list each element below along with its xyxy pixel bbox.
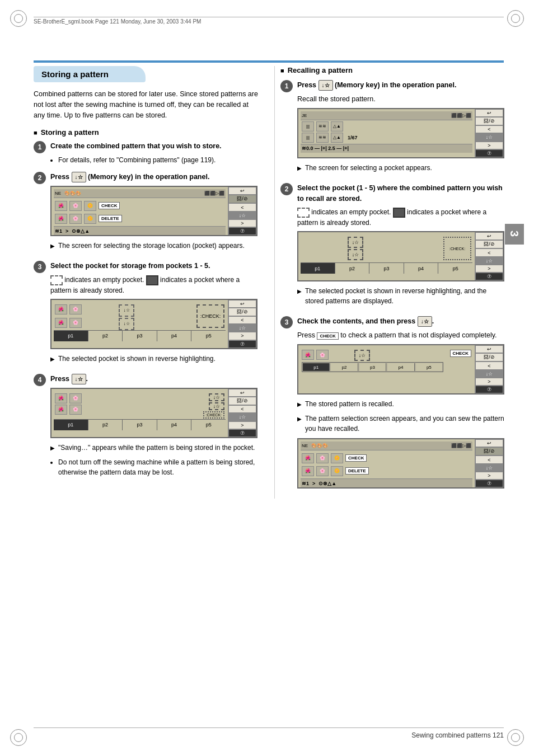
pocket-1-s4[interactable]: p1 — [54, 420, 88, 430]
lcd-btn-nav-r-rs2: > — [475, 265, 503, 273]
step-2-result: The screen for selecting the storage loc… — [50, 241, 261, 251]
lcd-sidebar-rs1: ↩ 囧/⊘ < ↓☆ > ⑦ — [475, 109, 503, 157]
lcd-btn-nav-l-rs1: < — [475, 125, 503, 133]
lcd-btn-top-rs3: 囧/⊘ — [475, 353, 503, 361]
lcd-screen-step2-left: NE 🎨🎨🎨 ⬛⬛▷⬛ 🌺 🌸 🌼 CHECK — [50, 186, 257, 236]
lcd-btn-nav-r4: > — [228, 421, 256, 429]
filled-pocket-icon — [146, 275, 158, 285]
lcd-btn-mem-rs3: ↓☆ — [475, 370, 503, 378]
step-4-content: Press ↓☆. 🌺 🌸 🌺 — [50, 374, 261, 478]
pocket-selector-row-4: p1 p2 p3 p4 p5 — [54, 419, 226, 430]
step-1: 1 Create the combined pattern that you w… — [34, 141, 261, 166]
lcd-top-bar: NE 🎨🎨🎨 ⬛⬛▷⬛ — [54, 189, 226, 198]
pocket-1[interactable]: p1 — [54, 331, 88, 341]
left-column: Storing a pattern Combined patterns can … — [34, 66, 274, 499]
empty-pocket-icon-r2 — [297, 208, 310, 218]
step-3: 3 Select the pocket for storage from poc… — [34, 261, 261, 368]
check-btn-inline: CHECK — [317, 332, 338, 340]
lcd-bottom-bar: ≋1 > ⊙⊗△▲ — [54, 226, 226, 235]
pocket-rs2-2[interactable]: p2 — [335, 263, 370, 274]
step-3-content: Select the pocket for storage from pocke… — [50, 261, 261, 368]
lcd-btn-extra-rs1: ⑦ — [475, 149, 503, 157]
lcd-bottom-bar-final: ≋1 > ⊙⊗△▲ — [301, 478, 472, 487]
right-step-2-number: 2 — [280, 183, 293, 195]
check-btn-tag: CHECK — [99, 202, 120, 209]
pocket-5[interactable]: p5 — [191, 331, 226, 341]
pocket-4-s4[interactable]: p4 — [157, 420, 192, 430]
check-area: :CHECK: — [196, 304, 224, 328]
lcd-main-step2: NE 🎨🎨🎨 ⬛⬛▷⬛ 🌺 🌸 🌼 CHECK — [51, 187, 228, 235]
step-3-note: indicates an empty pocket. indicates a p… — [50, 275, 261, 295]
pocket-2-s4[interactable]: p2 — [88, 420, 123, 430]
pocket-3-s4[interactable]: p3 — [123, 420, 157, 430]
pocket-rs2-1[interactable]: p1 — [301, 263, 335, 274]
lcd-sidebar-step3: ↩ 囧/⊘ < ↓☆ > ⑦ — [228, 300, 256, 348]
lcd-btn-top-final: 囧/⊘ — [475, 447, 503, 456]
step-4: 4 Press ↓☆. 🌺 🌸 — [34, 374, 261, 478]
footer-text: Sewing combined patterns 121 — [411, 731, 504, 739]
pocket-4[interactable]: p4 — [157, 331, 192, 341]
lcd-sidebar-step2: ↩ 囧/⊘ < ↓☆ > ⑦ — [228, 187, 256, 235]
lcd-top-bar-rs1: JE ⬛⬛▷⬛ — [301, 111, 472, 120]
step-3-number: 3 — [34, 261, 46, 273]
right-step-1-recall: Recall the stored pattern. — [297, 94, 504, 105]
file-info-bar: SE-BrotherE_sgml.book Page 121 Monday, J… — [34, 17, 504, 25]
lcd-btn-top-3: 囧/⊘ — [228, 308, 256, 316]
step-2-content: Press ↓☆ (Memory key) in the operation p… — [50, 172, 261, 255]
lcd-main-rs2: ↓☆ ↓☆ :CHECK: p1 p2 — [298, 232, 475, 280]
pocket-2[interactable]: p2 — [88, 331, 123, 341]
recalling-title-text: Recalling a pattern — [288, 66, 353, 74]
chapter-number: 3 — [508, 231, 521, 238]
step-4-number: 4 — [34, 374, 46, 386]
lcd-btn-extra-rs3: ⑦ — [475, 386, 503, 393]
right-step-2-text: Select the pocket (1 - 5) where the comb… — [297, 183, 504, 204]
lcd-btn-nav-l: < — [228, 203, 256, 211]
subsection-title-text: Storing a pattern — [41, 128, 99, 137]
step-3-result: The selected pocket is shown in reverse … — [50, 354, 261, 364]
intro-text-content: Combined patterns can be stored for late… — [34, 90, 258, 119]
pocket-rs2-4[interactable]: p4 — [404, 263, 439, 274]
corner-decoration-br — [507, 729, 524, 746]
right-step-2: 2 Select the pocket (1 - 5) where the co… — [280, 183, 504, 311]
lcd-sidebar-rs2: ↩ 囧/⊘ < ↓☆ > ⑦ — [475, 232, 503, 280]
pocket-rs2-3[interactable]: p3 — [369, 263, 404, 274]
step-1-bullets: For details, refer to "Combining pattern… — [50, 155, 261, 165]
pocket-rs2-5[interactable]: p5 — [438, 263, 472, 274]
right-step-3-content: Check the contents, and then press ↓☆. P… — [297, 316, 504, 493]
recalling-section-title: Recalling a pattern — [280, 66, 504, 74]
lcd-btn-extra4: ⑦ — [228, 429, 256, 437]
lcd-btn-nav-l-rs2: < — [475, 248, 503, 256]
lcd-final-rows: 🌺 🌸 🌼 CHECK 🌺 🌸 🌼 DELETE — [301, 450, 472, 478]
intro-paragraph: Combined patterns can be stored for late… — [34, 89, 261, 120]
right-step-2-content: Select the pocket (1 - 5) where the comb… — [297, 183, 504, 311]
lcd-btn-back: ↩ — [228, 187, 256, 195]
right-step-1-content: Press ↓☆ (Memory key) in the operation p… — [297, 80, 504, 177]
save-key-icon-rs3: ↓☆ — [418, 316, 432, 327]
pocket-3[interactable]: p3 — [123, 331, 157, 341]
lcd-btn-nav-l4: < — [228, 405, 256, 413]
lcd-btn-mem-rs1: ↓☆ — [475, 133, 503, 141]
lcd-btn-extra-rs2: ⑦ — [475, 273, 503, 280]
lcd-bottom-bar-rs1: ≋0.0 — |+| 2.5 — |+| — [301, 144, 472, 153]
lcd-screen-right-step3: 🌺 🌸 ↓☆ p1 p2 p3 p4 — [297, 344, 504, 395]
pocket-5-s4[interactable]: p5 — [191, 420, 226, 430]
step-4-bullets: Do not turn off the sewing machine while… — [50, 457, 261, 477]
chapter-tab: 3 — [505, 224, 524, 245]
lcd-btn-nav-r: > — [228, 219, 256, 227]
corner-decoration-tl — [10, 10, 27, 27]
lcd-row-1: 🌺 🌸 🌼 CHECK — [55, 201, 224, 211]
step-1-content: Create the combined pattern that you wis… — [50, 141, 261, 166]
right-step-3-number: 3 — [280, 316, 293, 328]
right-step-1-number: 1 — [280, 80, 293, 92]
lcd-btn-back-final: ↩ — [475, 439, 503, 447]
corner-decoration-bl — [10, 729, 27, 746]
accent-bar — [34, 60, 504, 63]
section-title-text: Storing a pattern — [41, 69, 109, 79]
lcd-btn-top-4: 囧/⊘ — [228, 397, 256, 405]
lcd-btn-nav-l-rs3: < — [475, 361, 503, 369]
step-4-text: Press ↓☆. — [50, 374, 261, 384]
lcd-screen-step4: 🌺 🌸 🌺 🌸 ↓☆ ↓☆ — [50, 388, 257, 438]
lcd-fraction-rs1: 1/67 — [348, 135, 358, 140]
lcd-btn-back-4: ↩ — [228, 389, 256, 397]
right-step-1-result: The screen for selecting a pocket appear… — [297, 163, 504, 173]
